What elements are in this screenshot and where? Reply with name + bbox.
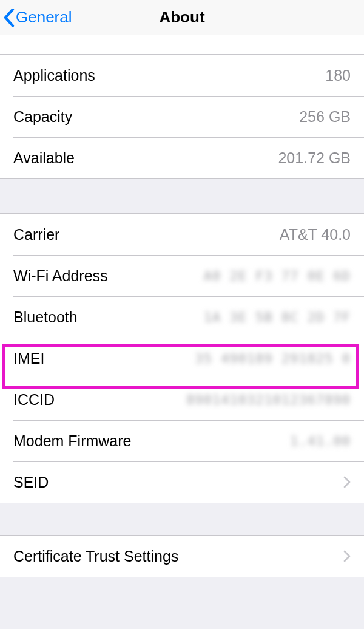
row-modem-firmware[interactable]: Modem Firmware 1.41.00 bbox=[0, 420, 364, 461]
row-imei[interactable]: IMEI 35 490189 291825 0 bbox=[0, 338, 364, 379]
row-bluetooth[interactable]: Bluetooth 1A 3E 5B 8C 2D 7F bbox=[0, 296, 364, 338]
imei-value: 35 490189 291825 0 bbox=[195, 351, 351, 366]
wifi-value: A0 2E F3 77 0E 6D bbox=[204, 268, 351, 284]
carrier-label: Carrier bbox=[13, 226, 59, 243]
capacity-label: Capacity bbox=[13, 108, 72, 126]
imei-label: IMEI bbox=[13, 350, 44, 367]
row-applications[interactable]: Applications 180 bbox=[0, 55, 364, 96]
bluetooth-label: Bluetooth bbox=[13, 308, 78, 326]
capacity-value: 256 GB bbox=[299, 108, 351, 126]
section-spacer bbox=[0, 503, 364, 535]
row-iccid[interactable]: ICCID 8901410321012367890 bbox=[0, 379, 364, 420]
available-label: Available bbox=[13, 149, 75, 167]
section-spacer bbox=[0, 179, 364, 213]
bluetooth-value: 1A 3E 5B 8C 2D 7F bbox=[204, 310, 351, 325]
modem-value: 1.41.00 bbox=[290, 433, 351, 449]
applications-label: Applications bbox=[13, 67, 95, 84]
seid-label: SEID bbox=[13, 474, 49, 491]
row-capacity[interactable]: Capacity 256 GB bbox=[0, 96, 364, 137]
row-available[interactable]: Available 201.72 GB bbox=[0, 137, 364, 178]
wifi-label: Wi-Fi Address bbox=[13, 267, 108, 285]
partial-row-top bbox=[0, 35, 364, 55]
available-value: 201.72 GB bbox=[278, 149, 351, 167]
row-wifi-address[interactable]: Wi-Fi Address A0 2E F3 77 0E 6D bbox=[0, 255, 364, 296]
navbar: General About bbox=[0, 0, 364, 35]
modem-label: Modem Firmware bbox=[13, 432, 131, 450]
back-button[interactable]: General bbox=[4, 8, 72, 27]
chevron-right-icon bbox=[343, 476, 351, 488]
iccid-value: 8901410321012367890 bbox=[186, 392, 351, 407]
row-certificate-trust[interactable]: Certificate Trust Settings bbox=[0, 536, 364, 577]
group-certificates: Certificate Trust Settings bbox=[0, 535, 364, 577]
applications-value: 180 bbox=[325, 67, 351, 84]
cert-label: Certificate Trust Settings bbox=[13, 548, 178, 565]
row-seid[interactable]: SEID bbox=[0, 461, 364, 503]
group-identifiers: Carrier AT&T 40.0 Wi-Fi Address A0 2E F3… bbox=[0, 213, 364, 503]
iccid-label: ICCID bbox=[13, 391, 55, 409]
chevron-right-icon bbox=[343, 550, 351, 562]
chevron-left-icon bbox=[4, 8, 15, 27]
row-carrier[interactable]: Carrier AT&T 40.0 bbox=[0, 214, 364, 255]
group-storage: Applications 180 Capacity 256 GB Availab… bbox=[0, 55, 364, 179]
back-label: General bbox=[16, 8, 72, 27]
carrier-value: AT&T 40.0 bbox=[280, 226, 351, 243]
